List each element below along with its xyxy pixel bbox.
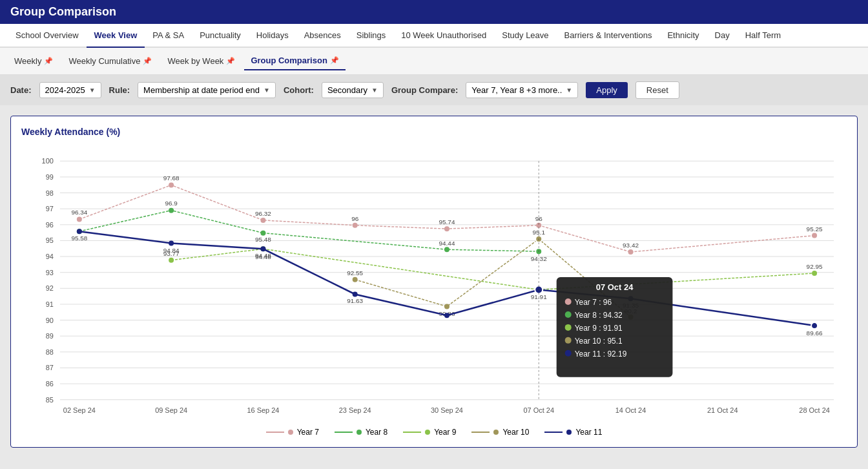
pin-icon-weekly: 📌: [44, 57, 53, 65]
nav-tab-pa-sa[interactable]: PA & SA: [145, 24, 192, 48]
svg-text:96: 96: [46, 221, 54, 229]
svg-point-41: [77, 216, 82, 222]
nav-tab-holidays[interactable]: Holidays: [249, 24, 296, 48]
svg-point-67: [169, 258, 174, 263]
rule-chevron-icon: ▼: [264, 87, 270, 94]
svg-point-42: [169, 183, 174, 188]
rule-select[interactable]: Membership at date period end ▼: [138, 82, 276, 98]
svg-point-70: [812, 271, 817, 276]
svg-text:96: 96: [351, 215, 359, 222]
date-chevron-icon: ▼: [89, 87, 96, 94]
nav-tab-half-term[interactable]: Half Term: [738, 24, 789, 48]
legend-year8: Year 8: [335, 428, 388, 437]
svg-text:87: 87: [46, 364, 54, 371]
pin-icon-weekly-cumulative: 📌: [143, 57, 152, 65]
apply-button[interactable]: Apply: [586, 82, 628, 98]
cohort-label: Cohort:: [284, 85, 314, 95]
chart-area: .grid-line { stroke: #ddd; stroke-width:…: [21, 145, 847, 422]
svg-text:Year 10 : 95.1: Year 10 : 95.1: [575, 337, 623, 346]
svg-text:94.84: 94.84: [163, 247, 180, 254]
page-title: Group Comparison: [10, 5, 116, 18]
svg-text:97: 97: [46, 205, 54, 213]
nav-tab-absences[interactable]: Absences: [296, 24, 349, 48]
group-compare-chevron-icon: ▼: [566, 87, 572, 94]
reset-button[interactable]: Reset: [636, 81, 679, 99]
svg-point-75: [353, 277, 358, 282]
nav-tab-school-overview[interactable]: School Overview: [8, 24, 87, 48]
svg-text:95.48: 95.48: [255, 236, 271, 243]
svg-text:86: 86: [46, 380, 54, 388]
svg-text:23 Sep 24: 23 Sep 24: [339, 406, 371, 414]
svg-text:94.44: 94.44: [439, 240, 455, 247]
nav-tab-week-view[interactable]: Week View: [87, 24, 145, 48]
sub-tab-weekly[interactable]: Weekly 📌: [8, 52, 59, 70]
svg-text:96.9: 96.9: [165, 200, 178, 207]
sub-nav: Weekly 📌 Weekly Cumulative 📌 Week by Wee…: [0, 48, 868, 75]
nav-tab-punctuality[interactable]: Punctuality: [192, 24, 249, 48]
svg-point-99: [565, 298, 572, 305]
date-label: Date:: [10, 85, 32, 95]
svg-text:96.34: 96.34: [71, 209, 87, 216]
svg-point-43: [260, 218, 265, 223]
rule-value: Membership at date period end: [143, 85, 260, 95]
cohort-value: Secondary: [327, 85, 367, 95]
pin-icon-group-comparison: 📌: [330, 56, 339, 65]
page-header: Group Comparison: [0, 0, 868, 24]
svg-text:93.42: 93.42: [623, 242, 639, 249]
chart-container: Weekly Attendance (%) .grid-line { strok…: [10, 116, 858, 448]
pin-icon-week-by-week: 📌: [226, 57, 235, 65]
group-compare-select[interactable]: Year 7, Year 8 +3 more.. ▼: [466, 82, 578, 98]
sub-tab-group-comparison[interactable]: Group Comparison 📌: [244, 52, 345, 70]
svg-text:89.66: 89.66: [807, 329, 823, 337]
group-compare-label: Group Compare:: [391, 85, 458, 95]
svg-text:95.58: 95.58: [71, 234, 87, 242]
svg-text:02 Sep 24: 02 Sep 24: [63, 406, 96, 414]
svg-text:98: 98: [46, 189, 54, 197]
group-compare-value: Year 7, Year 8 +3 more..: [471, 85, 562, 95]
main-nav: School Overview Week View PA & SA Punctu…: [0, 24, 868, 48]
svg-text:91.63: 91.63: [347, 297, 363, 304]
nav-tab-day[interactable]: Day: [707, 24, 738, 48]
svg-text:92: 92: [46, 284, 54, 292]
svg-point-45: [444, 226, 450, 231]
svg-text:96.32: 96.32: [255, 210, 271, 217]
svg-text:14 Oct 24: 14 Oct 24: [615, 406, 646, 414]
date-select[interactable]: 2024-2025 ▼: [39, 82, 101, 98]
svg-point-103: [565, 324, 572, 331]
nav-tab-ethnicity[interactable]: Ethnicity: [659, 24, 707, 48]
svg-point-105: [565, 337, 572, 344]
svg-point-48: [812, 233, 817, 238]
nav-tab-barriers[interactable]: Barriers & Interventions: [557, 24, 660, 48]
svg-text:07 Oct 24: 07 Oct 24: [523, 406, 554, 414]
svg-text:93: 93: [46, 269, 54, 276]
svg-point-87: [444, 313, 450, 318]
nav-tab-study-leave[interactable]: Study Leave: [494, 24, 556, 48]
svg-text:92.55: 92.55: [347, 269, 363, 276]
svg-text:99: 99: [46, 173, 54, 181]
sub-tab-week-by-week[interactable]: Week by Week 📌: [161, 52, 242, 70]
svg-point-47: [628, 249, 634, 255]
svg-text:Year 8 : 94.32: Year 8 : 94.32: [575, 311, 623, 320]
cohort-select[interactable]: Secondary ▼: [322, 82, 384, 98]
filter-bar: Date: 2024-2025 ▼ Rule: Membership at da…: [0, 75, 868, 105]
svg-text:94: 94: [46, 253, 54, 260]
svg-text:90: 90: [46, 317, 54, 324]
svg-text:89: 89: [46, 332, 54, 340]
rule-label: Rule:: [109, 85, 130, 95]
sub-tab-week-by-week-label: Week by Week: [167, 56, 223, 66]
svg-point-58: [169, 208, 174, 213]
nav-tab-10-week[interactable]: 10 Week Unauthorised: [393, 24, 494, 48]
svg-text:100: 100: [42, 157, 54, 165]
svg-text:Year 11 : 92.19: Year 11 : 92.19: [575, 349, 627, 359]
svg-text:85: 85: [46, 396, 54, 404]
svg-point-83: [77, 229, 82, 234]
svg-text:95: 95: [46, 236, 54, 244]
chart-legend: Year 7 Year 8 Year 9 Year 10 Year 11: [21, 428, 847, 437]
sub-tab-weekly-cumulative[interactable]: Weekly Cumulative 📌: [62, 52, 158, 70]
sub-tab-group-comparison-label: Group Comparison: [251, 56, 327, 65]
svg-text:30 Sep 24: 30 Sep 24: [431, 406, 463, 414]
nav-tab-siblings[interactable]: Siblings: [349, 24, 394, 48]
svg-text:21 Oct 24: 21 Oct 24: [707, 406, 738, 414]
svg-text:97.68: 97.68: [163, 174, 180, 182]
svg-text:88: 88: [46, 348, 54, 356]
